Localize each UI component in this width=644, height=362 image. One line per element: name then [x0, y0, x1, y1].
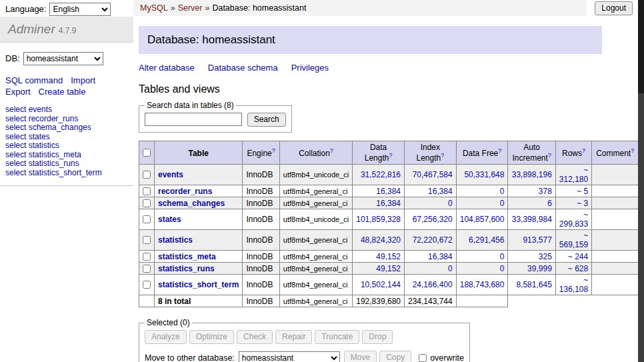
rows-link[interactable]: ~ 244 — [568, 252, 588, 261]
rows-link[interactable]: ~ 628 — [568, 264, 588, 273]
data-length-link[interactable]: 10,502,144 — [361, 280, 401, 289]
copy-button[interactable]: Copy — [379, 351, 411, 362]
index-length-link[interactable]: 72,220,672 — [413, 235, 453, 245]
index-length-link[interactable]: 16,384 — [428, 252, 453, 261]
data-length-link[interactable]: 49,152 — [376, 264, 401, 273]
table-link[interactable]: events — [158, 170, 183, 179]
table-link[interactable]: statistics_meta — [158, 252, 216, 261]
logout-button[interactable]: Logout — [595, 1, 633, 15]
auto-increment-link[interactable]: 8,581,645 — [516, 280, 551, 289]
db-select[interactable]: homeassistant — [23, 52, 103, 65]
rows-link[interactable]: ~ 136,108 — [559, 275, 588, 294]
index-length-link[interactable]: 67,256,320 — [413, 215, 453, 224]
help-link[interactable]: ? — [548, 152, 551, 159]
row-checkbox[interactable] — [143, 253, 151, 261]
rows-link[interactable]: ~ 299,833 — [559, 210, 588, 229]
selected-action-button[interactable]: Optimize — [189, 330, 234, 344]
database-action-link[interactable]: Database schema — [208, 63, 278, 73]
search-button[interactable]: Search — [247, 113, 286, 127]
data-free-link[interactable]: 0 — [500, 199, 505, 208]
table-link[interactable]: schema_changes — [158, 199, 225, 208]
overwrite-label[interactable]: overwrite — [430, 353, 464, 362]
table-link[interactable]: statistics — [158, 235, 193, 245]
help-link[interactable]: ? — [498, 147, 501, 154]
language-select[interactable]: English — [49, 3, 111, 16]
sidebar-nav-link[interactable]: SQL command — [5, 75, 63, 85]
data-free-link[interactable]: 0 — [500, 187, 505, 196]
selected-action-button[interactable]: Truncate — [315, 330, 359, 344]
scrollbar[interactable] — [638, 0, 644, 362]
table-link[interactable]: statistics_runs — [158, 264, 215, 273]
selected-action-button[interactable]: Drop — [362, 330, 393, 344]
help-link[interactable]: ? — [389, 152, 392, 159]
table-link[interactable]: states — [158, 215, 181, 224]
auto-increment-link[interactable]: 6 — [547, 199, 552, 208]
rows-link[interactable]: ~ 569,159 — [559, 231, 588, 249]
sidebar-table-link[interactable]: select schema_changes — [5, 123, 133, 133]
table-link[interactable]: recorder_runs — [158, 187, 212, 196]
data-free-link[interactable]: 6,291,456 — [469, 235, 504, 245]
rows-link[interactable]: ~ 5 — [577, 187, 588, 196]
sidebar-table-link[interactable]: select statistics_short_term — [5, 169, 133, 178]
sidebar-table-link[interactable]: select events — [5, 105, 133, 115]
index-length-link[interactable]: 70,467,584 — [413, 170, 453, 179]
row-checkbox[interactable] — [143, 187, 151, 195]
help-link[interactable]: ? — [631, 147, 634, 154]
index-length-link[interactable]: 24,166,400 — [413, 280, 453, 289]
auto-increment-link[interactable]: 33,898,196 — [512, 170, 552, 179]
scrollbar-thumb[interactable] — [638, 0, 644, 93]
index-length-link[interactable]: 0 — [448, 199, 453, 208]
sidebar-nav-link[interactable]: Create table — [39, 87, 86, 97]
move-db-select[interactable]: homeassistant — [239, 351, 340, 362]
server-type-link[interactable]: MySQL — [140, 3, 168, 13]
select-all-checkbox[interactable] — [143, 149, 151, 157]
data-free-link[interactable]: 104,857,600 — [460, 215, 505, 224]
selected-action-button[interactable]: Analyze — [145, 330, 187, 344]
help-link[interactable]: ? — [272, 147, 275, 154]
data-free-link[interactable]: 50,331,648 — [464, 170, 504, 179]
sidebar-table-link[interactable]: select recorder_runs — [5, 115, 133, 124]
row-checkbox[interactable] — [143, 265, 151, 273]
index-length-link[interactable]: 0 — [448, 264, 453, 273]
index-length-link[interactable]: 16,384 — [428, 187, 453, 196]
sidebar-nav-link[interactable]: Export — [5, 87, 31, 97]
auto-increment-link[interactable]: 325 — [539, 252, 552, 261]
auto-increment-link[interactable]: 913,577 — [523, 235, 551, 245]
selected-action-button[interactable]: Repair — [275, 330, 312, 344]
server-link[interactable]: Server — [178, 3, 203, 13]
data-length-link[interactable]: 101,859,328 — [356, 215, 401, 224]
data-length-link[interactable]: 16,384 — [376, 199, 401, 208]
table-link[interactable]: statistics_short_term — [158, 280, 239, 289]
help-link[interactable]: ? — [330, 147, 333, 154]
rows-link[interactable]: ~ 312,180 — [559, 165, 588, 184]
data-free-link[interactable]: 0 — [500, 252, 505, 261]
rows-link[interactable]: ~ 3 — [577, 199, 588, 208]
selected-action-button[interactable]: Check — [237, 330, 273, 344]
sidebar-nav-link[interactable]: Import — [71, 75, 95, 85]
data-free-link[interactable]: 188,743,680 — [460, 280, 505, 289]
row-checkbox[interactable] — [143, 236, 151, 244]
sidebar-table-link[interactable]: select states — [5, 133, 133, 142]
database-action-link[interactable]: Privileges — [291, 63, 329, 73]
data-length-link[interactable]: 48,824,320 — [361, 235, 401, 245]
move-button[interactable]: Move — [344, 351, 377, 362]
data-length-link[interactable]: 16,384 — [376, 187, 401, 196]
overwrite-checkbox[interactable] — [419, 354, 427, 362]
sidebar-table-link[interactable]: select statistics_meta — [5, 151, 133, 160]
row-checkbox[interactable] — [143, 199, 151, 207]
data-length-link[interactable]: 49,152 — [376, 252, 401, 261]
database-action-link[interactable]: Alter database — [139, 63, 195, 73]
help-link[interactable]: ? — [441, 152, 444, 159]
auto-increment-link[interactable]: 33,398,984 — [512, 215, 552, 224]
auto-increment-link[interactable]: 39,999 — [527, 264, 552, 273]
row-checkbox[interactable] — [143, 171, 151, 179]
row-checkbox[interactable] — [143, 215, 151, 223]
adminer-logo[interactable]: Adminer — [8, 22, 55, 36]
help-link[interactable]: ? — [582, 147, 585, 154]
data-length-link[interactable]: 31,522,816 — [361, 170, 401, 179]
search-input[interactable] — [145, 113, 242, 126]
sidebar-table-link[interactable]: select statistics — [5, 141, 133, 151]
sidebar-table-link[interactable]: select statistics_runs — [5, 159, 133, 169]
row-checkbox[interactable] — [143, 281, 151, 289]
auto-increment-link[interactable]: 378 — [539, 187, 552, 196]
